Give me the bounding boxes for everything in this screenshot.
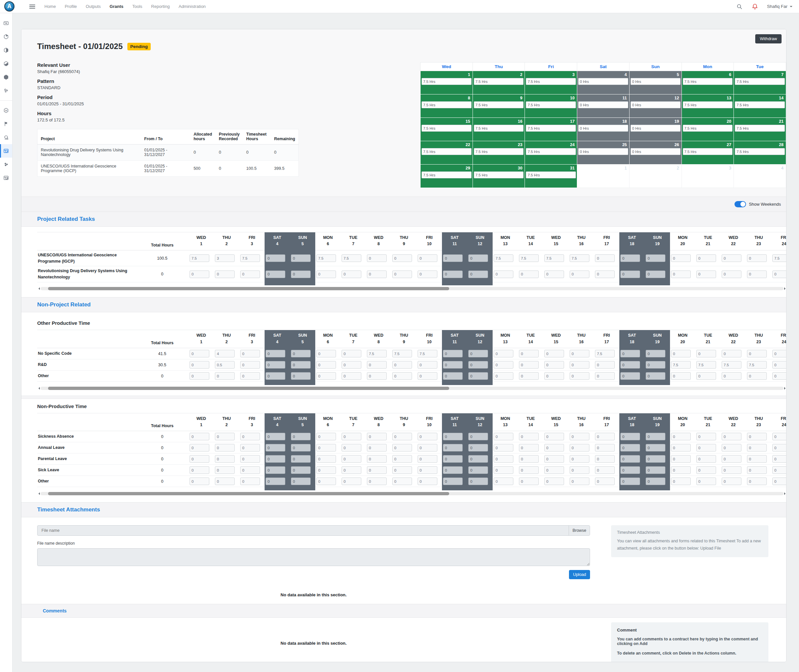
hours-input[interactable] — [215, 466, 235, 474]
user-menu[interactable]: Shafiq Far — [767, 4, 793, 9]
hours-input[interactable] — [772, 254, 786, 262]
hours-input[interactable] — [265, 361, 285, 369]
calendar-hours-input[interactable] — [735, 148, 785, 155]
hours-input[interactable] — [570, 444, 590, 451]
hours-input[interactable] — [671, 270, 691, 278]
hours-input[interactable] — [646, 270, 665, 278]
hours-input[interactable] — [772, 433, 786, 440]
hours-input[interactable] — [722, 372, 741, 380]
hours-input[interactable] — [544, 350, 564, 357]
hours-input[interactable] — [747, 455, 767, 463]
hours-input[interactable] — [291, 433, 311, 440]
calendar-hours-input[interactable] — [683, 125, 733, 132]
nav-item-administration[interactable]: Administration — [179, 4, 206, 9]
hours-input[interactable] — [190, 270, 209, 278]
hours-input[interactable] — [595, 372, 615, 380]
scroll-right-icon[interactable] — [784, 492, 786, 495]
horizontal-scrollbar[interactable] — [37, 386, 786, 390]
hours-input[interactable] — [190, 372, 209, 380]
hours-input[interactable] — [646, 455, 665, 463]
hours-input[interactable] — [494, 433, 513, 440]
hours-input[interactable] — [265, 455, 285, 463]
hours-input[interactable] — [468, 477, 488, 485]
hours-input[interactable] — [595, 477, 615, 485]
calendar-hours-input[interactable] — [683, 148, 733, 155]
hours-input[interactable] — [595, 254, 615, 262]
hours-input[interactable] — [392, 455, 412, 463]
hours-input[interactable] — [747, 444, 767, 451]
hours-input[interactable] — [671, 477, 691, 485]
calendar-hours-input[interactable] — [422, 101, 471, 108]
hours-input[interactable] — [671, 254, 691, 262]
hours-input[interactable] — [342, 372, 361, 380]
hours-input[interactable] — [570, 477, 590, 485]
hours-input[interactable] — [468, 254, 488, 262]
calendar-hours-input[interactable] — [578, 101, 628, 108]
hours-input[interactable] — [595, 350, 615, 357]
hours-input[interactable] — [696, 361, 716, 369]
sidebar-item-approval-stamp[interactable] — [0, 131, 12, 144]
hours-input[interactable] — [570, 350, 590, 357]
upload-button[interactable]: Upload — [569, 570, 590, 579]
notification-bell-icon[interactable] — [752, 3, 758, 10]
hours-input[interactable] — [265, 466, 285, 474]
hours-input[interactable] — [722, 455, 741, 463]
sidebar-item-money-card[interactable] — [0, 16, 12, 30]
hours-input[interactable] — [747, 372, 767, 380]
hours-input[interactable] — [316, 372, 336, 380]
hours-input[interactable] — [671, 466, 691, 474]
hours-input[interactable] — [190, 455, 209, 463]
hours-input[interactable] — [367, 466, 387, 474]
hours-input[interactable] — [240, 361, 260, 369]
hours-input[interactable] — [570, 254, 590, 262]
hours-input[interactable] — [190, 477, 209, 485]
calendar-hours-input[interactable] — [526, 78, 576, 85]
hours-input[interactable] — [772, 361, 786, 369]
hours-input[interactable] — [620, 372, 640, 380]
calendar-hours-input[interactable] — [578, 125, 628, 132]
hours-input[interactable] — [418, 254, 437, 262]
hours-input[interactable] — [519, 372, 539, 380]
hours-input[interactable] — [646, 466, 665, 474]
hours-input[interactable] — [443, 433, 463, 440]
hours-input[interactable] — [418, 466, 437, 474]
hours-input[interactable] — [544, 455, 564, 463]
hours-input[interactable] — [190, 433, 209, 440]
hours-input[interactable] — [265, 254, 285, 262]
hours-input[interactable] — [519, 477, 539, 485]
hours-input[interactable] — [468, 270, 488, 278]
hours-input[interactable] — [316, 270, 336, 278]
hours-input[interactable] — [265, 433, 285, 440]
hours-input[interactable] — [215, 477, 235, 485]
hours-input[interactable] — [595, 433, 615, 440]
hours-input[interactable] — [722, 361, 741, 369]
hours-input[interactable] — [316, 466, 336, 474]
hours-input[interactable] — [671, 372, 691, 380]
hours-input[interactable] — [342, 433, 361, 440]
calendar-hours-input[interactable] — [422, 125, 471, 132]
hours-input[interactable] — [367, 254, 387, 262]
hours-input[interactable] — [722, 270, 741, 278]
sidebar-item-hexagon-swirl[interactable] — [0, 57, 12, 70]
hours-input[interactable] — [316, 433, 336, 440]
nav-item-grants[interactable]: Grants — [110, 4, 123, 9]
hours-input[interactable] — [494, 361, 513, 369]
hours-input[interactable] — [215, 270, 235, 278]
hours-input[interactable] — [519, 361, 539, 369]
calendar-hours-input[interactable] — [526, 148, 576, 155]
hours-input[interactable] — [367, 455, 387, 463]
hours-input[interactable] — [468, 444, 488, 451]
hours-input[interactable] — [240, 433, 260, 440]
hours-input[interactable] — [722, 444, 741, 451]
hours-input[interactable] — [544, 270, 564, 278]
hours-input[interactable] — [443, 477, 463, 485]
hours-input[interactable] — [646, 433, 665, 440]
calendar-hours-input[interactable] — [735, 101, 785, 108]
hours-input[interactable] — [443, 350, 463, 357]
hours-input[interactable] — [620, 477, 640, 485]
hours-input[interactable] — [696, 444, 716, 451]
hours-input[interactable] — [747, 477, 767, 485]
hours-input[interactable] — [367, 372, 387, 380]
calendar-hours-input[interactable] — [578, 148, 628, 155]
hours-input[interactable] — [671, 444, 691, 451]
